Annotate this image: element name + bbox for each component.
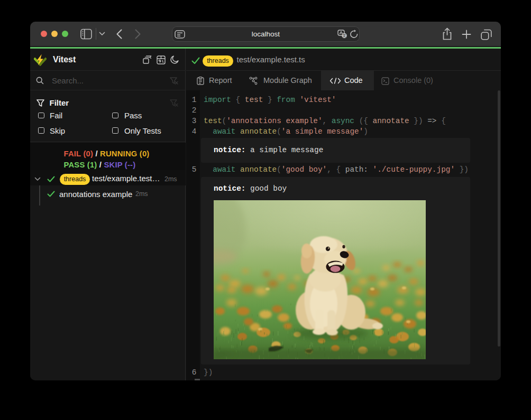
svg-text:文: 文 (343, 33, 346, 38)
